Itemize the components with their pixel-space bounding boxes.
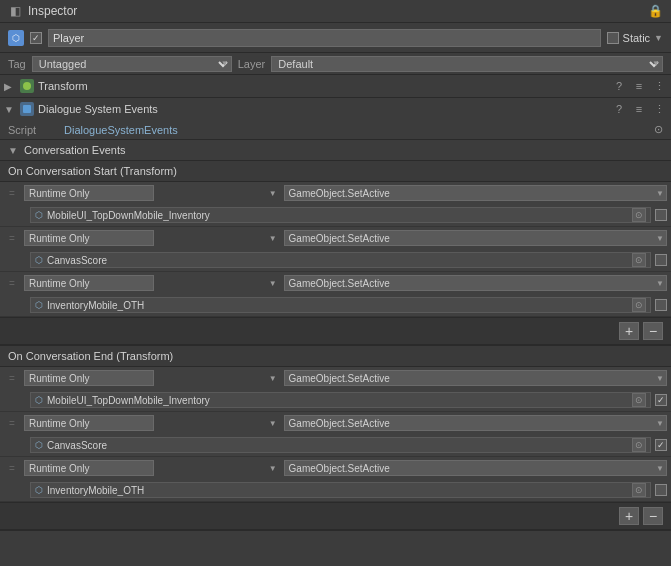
script-value: DialogueSystemEvents [64, 124, 178, 136]
static-dropdown-arrow[interactable]: ▼ [654, 33, 663, 43]
script-row: Script DialogueSystemEvents ⊙ [0, 120, 671, 140]
dialogue-actions: ? ≡ ⋮ [611, 103, 667, 116]
remove-start-button[interactable]: − [643, 322, 663, 340]
event-row-2-bottom: ⬡ CanvasScore ⊙ [0, 249, 671, 271]
event-end-row-3-top: = Runtime Only ▼ GameObject.SetActive ▼ [0, 457, 671, 479]
tag-dropdown[interactable]: Untagged [32, 56, 232, 72]
table-row: = Runtime Only ▼ GameObject.SetActive ▼ [0, 182, 671, 227]
function-end-dropdown-2[interactable]: GameObject.SetActive [284, 415, 667, 431]
row-end-handle-1-icon: = [4, 373, 20, 384]
obj-pick-btn-1[interactable]: ⊙ [632, 208, 646, 222]
bool-checkbox-1[interactable] [655, 209, 667, 221]
runtime-end-dropdown-3[interactable]: Runtime Only [24, 460, 154, 476]
runtime-end-dropdown-2[interactable]: Runtime Only [24, 415, 154, 431]
object-name-input[interactable] [48, 29, 601, 47]
runtime-select-wrapper-3: Runtime Only ▼ [24, 275, 280, 291]
function-end-select-wrapper-2: GameObject.SetActive ▼ [284, 415, 667, 431]
dialogue-help-btn[interactable]: ? [611, 103, 627, 115]
enable-checkbox[interactable] [30, 32, 42, 44]
dialogue-icon [20, 102, 34, 116]
dialogue-header[interactable]: ▼ Dialogue System Events ? ≡ ⋮ [0, 98, 671, 120]
function-dropdown-2[interactable]: GameObject.SetActive [284, 230, 667, 246]
obj-end-name-1: MobileUI_TopDownMobile_Inventory [47, 395, 628, 406]
obj-field-3[interactable]: ⬡ InventoryMobile_OTH ⊙ [30, 297, 651, 313]
obj-name-2: CanvasScore [47, 255, 628, 266]
obj-name-1: MobileUI_TopDownMobile_Inventory [47, 210, 628, 221]
event-group-end: On Conversation End (Transform) = Runtim… [0, 345, 671, 502]
add-start-button[interactable]: + [619, 322, 639, 340]
obj-field-2[interactable]: ⬡ CanvasScore ⊙ [30, 252, 651, 268]
runtime-dropdown-3[interactable]: Runtime Only [24, 275, 154, 291]
runtime-end-select-wrapper-1: Runtime Only ▼ [24, 370, 280, 386]
content-area: ⬡ Static ▼ Tag Untagged ▼ Layer Default … [0, 23, 671, 566]
obj-pick-btn-3[interactable]: ⊙ [632, 298, 646, 312]
conv-events-header[interactable]: ▼ Conversation Events [0, 140, 671, 160]
function-end-dropdown-1[interactable]: GameObject.SetActive [284, 370, 667, 386]
transform-header[interactable]: ▶ Transform ? ≡ ⋮ [0, 75, 671, 97]
layer-dropdown[interactable]: Default [271, 56, 663, 72]
inspector-header: ⬡ Static ▼ [0, 23, 671, 53]
function-dropdown-3[interactable]: GameObject.SetActive [284, 275, 667, 291]
event-row-1-bottom: ⬡ MobileUI_TopDownMobile_Inventory ⊙ [0, 204, 671, 226]
script-pick-btn[interactable]: ⊙ [654, 123, 663, 136]
transform-actions: ? ≡ ⋮ [611, 80, 667, 93]
table-row: = Runtime Only ▼ GameObject.SetActive ▼ [0, 272, 671, 317]
obj-end-icon-1: ⬡ [35, 395, 43, 405]
obj-field-end-1[interactable]: ⬡ MobileUI_TopDownMobile_Inventory ⊙ [30, 392, 651, 408]
add-end-button[interactable]: + [619, 507, 639, 525]
tag-select-wrapper: Untagged ▼ [32, 56, 232, 72]
transform-help-btn[interactable]: ? [611, 80, 627, 92]
obj-end-pick-btn-1[interactable]: ⊙ [632, 393, 646, 407]
dialogue-expand-icon: ▼ [4, 104, 16, 115]
function-end-dropdown-3[interactable]: GameObject.SetActive [284, 460, 667, 476]
obj-end-name-3: InventoryMobile_OTH [47, 485, 628, 496]
dialogue-settings-btn[interactable]: ≡ [631, 103, 647, 115]
lock-button[interactable]: 🔒 [648, 4, 663, 18]
layer-label: Layer [238, 58, 266, 70]
obj-end-pick-btn-2[interactable]: ⊙ [632, 438, 646, 452]
dialogue-title: Dialogue System Events [38, 103, 607, 115]
transform-more-btn[interactable]: ⋮ [651, 80, 667, 93]
obj-end-pick-btn-3[interactable]: ⊙ [632, 483, 646, 497]
runtime-dropdown-2[interactable]: Runtime Only [24, 230, 154, 246]
table-row: = Runtime Only ▼ GameObject.SetActive ▼ [0, 367, 671, 412]
bool-checkbox-end-3[interactable] [655, 484, 667, 496]
static-container: Static ▼ [607, 32, 663, 44]
bool-checkbox-end-1[interactable] [655, 394, 667, 406]
function-select-wrapper-2: GameObject.SetActive ▼ [284, 230, 667, 246]
bool-checkbox-end-2[interactable] [655, 439, 667, 451]
event-end-row-1-top: = Runtime Only ▼ GameObject.SetActive ▼ [0, 367, 671, 389]
row-handle-2-icon: = [4, 233, 20, 244]
tag-layer-row: Tag Untagged ▼ Layer Default ▼ [0, 53, 671, 75]
event-group-end-title: On Conversation End (Transform) [8, 350, 173, 362]
conv-expand-icon: ▼ [8, 145, 20, 156]
runtime-end-arrow-1-icon: ▼ [269, 374, 277, 383]
event-row-1-top: = Runtime Only ▼ GameObject.SetActive ▼ [0, 182, 671, 204]
transform-settings-btn[interactable]: ≡ [631, 80, 647, 92]
function-dropdown-1[interactable]: GameObject.SetActive [284, 185, 667, 201]
event-group-end-header: On Conversation End (Transform) [0, 345, 671, 367]
dialogue-more-btn[interactable]: ⋮ [651, 103, 667, 116]
runtime-end-select-wrapper-3: Runtime Only ▼ [24, 460, 280, 476]
bool-checkbox-3[interactable] [655, 299, 667, 311]
bool-checkbox-2[interactable] [655, 254, 667, 266]
obj-end-icon-3: ⬡ [35, 485, 43, 495]
obj-icon-1: ⬡ [35, 210, 43, 220]
obj-end-icon-2: ⬡ [35, 440, 43, 450]
obj-pick-btn-2[interactable]: ⊙ [632, 253, 646, 267]
add-remove-end: + − [0, 502, 671, 530]
runtime-select-wrapper-1: Runtime Only ▼ [24, 185, 280, 201]
runtime-end-dropdown-1[interactable]: Runtime Only [24, 370, 154, 386]
dialogue-component: ▼ Dialogue System Events ? ≡ ⋮ Script Di… [0, 98, 671, 531]
static-checkbox[interactable] [607, 32, 619, 44]
title-bar: ◧ Inspector 🔒 [0, 0, 671, 23]
obj-icon-3: ⬡ [35, 300, 43, 310]
event-group-start-title: On Conversation Start (Transform) [8, 165, 177, 177]
runtime-dropdown-1[interactable]: Runtime Only [24, 185, 154, 201]
event-row-2-top: = Runtime Only ▼ GameObject.SetActive ▼ [0, 227, 671, 249]
obj-field-1[interactable]: ⬡ MobileUI_TopDownMobile_Inventory ⊙ [30, 207, 651, 223]
obj-field-end-2[interactable]: ⬡ CanvasScore ⊙ [30, 437, 651, 453]
event-row-3-top: = Runtime Only ▼ GameObject.SetActive ▼ [0, 272, 671, 294]
remove-end-button[interactable]: − [643, 507, 663, 525]
obj-field-end-3[interactable]: ⬡ InventoryMobile_OTH ⊙ [30, 482, 651, 498]
